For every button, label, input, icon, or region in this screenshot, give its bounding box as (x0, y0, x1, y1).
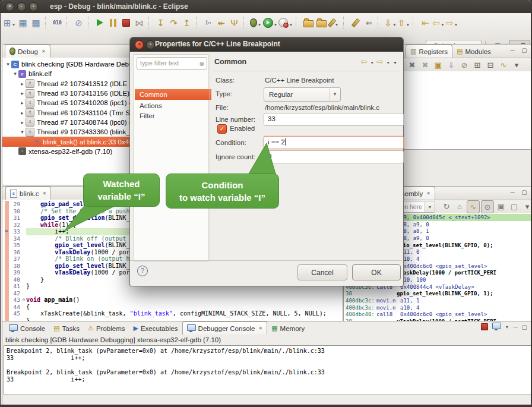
maximize-icon[interactable]: ▢ (520, 189, 528, 195)
minimize-icon[interactable]: ─ (513, 324, 517, 330)
minimize-icon[interactable]: ─ (508, 47, 517, 53)
use-step-filters-button[interactable]: Ψ (228, 15, 241, 30)
dialog-maximize-button[interactable]: + (146, 40, 155, 49)
code-line[interactable]: 44{ (2, 304, 343, 311)
window-maximize-button[interactable]: + (29, 2, 38, 11)
tab-problems[interactable]: ⚠Problems (84, 322, 129, 335)
chevron-down-icon[interactable]: ▼ (441, 19, 445, 27)
step-into-button[interactable]: ↧ (154, 15, 167, 30)
drop-to-frame-button[interactable]: ↞ (215, 15, 228, 30)
skip-all-breakpoints-button[interactable]: ⊘ (72, 15, 86, 30)
instruction-stepping-button[interactable]: i↦ (202, 15, 215, 30)
code-line[interactable]: 42 (2, 290, 343, 297)
chevron-down-icon[interactable]: ▼ (289, 19, 293, 27)
view-menu-button[interactable]: ▾ (511, 59, 522, 71)
tab-debug[interactable]: Debug ✕ (5, 45, 50, 58)
disassembly-row[interactable]: 400dbc3e:movi.na10, 4 (344, 304, 531, 311)
tab-debug-close-icon[interactable]: ✕ (40, 49, 46, 54)
cancel-button[interactable]: Cancel (297, 264, 347, 280)
tab-blink-c[interactable]: c blink.c ✕ (5, 187, 51, 200)
toggle-mark-occurrences-button[interactable] (349, 15, 362, 30)
save-button[interactable]: ▦ (17, 15, 30, 30)
new-wizard-button[interactable]: ⊞▼ (3, 15, 17, 30)
fold-marker[interactable]: ⊖ (21, 297, 26, 302)
tree-expand-icon[interactable]: ▾ (5, 61, 11, 67)
annotate-button[interactable]: ▼ (328, 15, 341, 30)
tab-executables[interactable]: ▶Executables (129, 322, 182, 335)
save-all-button[interactable]: ▩ (30, 15, 43, 30)
ignore-count-field[interactable]: 0 (264, 150, 404, 163)
chevron-down-icon[interactable]: ▼ (505, 325, 509, 329)
dialog-nav-actions[interactable]: Actions (135, 100, 211, 111)
previous-annotation-button[interactable]: ⇧▼ (397, 15, 411, 30)
code-line[interactable]: 43⊖void app_main() (2, 296, 343, 304)
dialog-close-button[interactable]: ✕ (135, 40, 144, 49)
tree-expand-icon[interactable]: ▸ (19, 100, 26, 106)
back-arrow-icon[interactable]: ⇦ (360, 57, 367, 66)
chevron-down-icon[interactable]: ▼ (454, 19, 458, 27)
view-menu-button[interactable]: ▾ (521, 200, 531, 212)
dialog-nav-common[interactable]: Common (135, 89, 211, 100)
back-button[interactable]: ⇦▼ (432, 15, 445, 30)
chevron-down-icon[interactable]: ▼ (274, 19, 278, 27)
show-source-button[interactable]: ⊙ (481, 200, 494, 213)
tab-close-icon[interactable]: ✕ (258, 326, 263, 331)
enabled-checkbox[interactable]: ✓ (217, 124, 227, 134)
chevron-down-icon[interactable]: ▼ (406, 19, 410, 27)
disassembly-row[interactable]: 38gpio_set_level(BLINK_GPIO, 1); (344, 291, 531, 298)
expand-all-button[interactable]: ⊞ (471, 59, 483, 71)
tree-expand-icon[interactable]: ▸ (19, 81, 26, 87)
chevron-down-icon[interactable]: ▼ (386, 58, 390, 65)
maximize-icon[interactable]: ▢ (520, 47, 528, 53)
filter-input[interactable]: type filter text ⊗ (137, 57, 207, 70)
line-number-field[interactable]: 33 (264, 113, 404, 126)
tree-expand-icon[interactable]: ▸ (19, 110, 26, 116)
chevron-down-icon[interactable]: ▼ (370, 58, 374, 65)
pin-view-button[interactable]: ▢ (508, 200, 520, 212)
tab-debugger-console[interactable]: Debugger Console✕ (182, 321, 268, 335)
suspend-button[interactable] (107, 15, 120, 30)
step-over-button[interactable]: ↷ (167, 15, 180, 30)
disassembly-row[interactable]: 400dbc3c:movi.na11, 1 (344, 297, 531, 304)
run-button[interactable]: ▼ (262, 15, 278, 30)
disconnect-button[interactable]: ⋈ (133, 15, 146, 30)
tab-registers[interactable]: ▥Registers (406, 45, 452, 58)
help-icon[interactable]: ? (137, 266, 148, 276)
link-with-debug-view-button[interactable]: ∿ (498, 59, 509, 71)
binary-file-button[interactable]: 010 (51, 15, 64, 30)
code-line[interactable]: 45 xTaskCreate(&blink_task, "blink_task"… (2, 310, 343, 317)
add-register-group-button[interactable]: ▣ (432, 59, 444, 71)
terminate-icon[interactable] (481, 323, 488, 330)
minimize-icon[interactable]: ─ (508, 189, 517, 195)
condition-field[interactable]: i == 2 (264, 136, 404, 149)
dialog-nav-filter[interactable]: Filter (135, 111, 211, 121)
window-close-button[interactable]: ✕ (5, 2, 14, 11)
clear-filter-icon[interactable]: ⊗ (200, 59, 204, 70)
debug-button[interactable]: ▼ (249, 15, 262, 30)
tab-memory[interactable]: ▦Memory (267, 322, 309, 335)
tab-tasks[interactable]: ▤Tasks (49, 322, 84, 335)
tree-expand-icon[interactable]: ▸ (19, 119, 26, 125)
console-output[interactable]: Breakpoint 2, blink_task (pvParameter=0x… (4, 345, 531, 395)
refresh-view-button[interactable]: ↻ (441, 200, 452, 212)
remove-all-register-groups-button[interactable]: ✖ (419, 59, 431, 71)
collapse-all-button[interactable]: ⊟ (484, 59, 496, 71)
chevron-down-icon[interactable]: ▼ (258, 19, 262, 27)
profile-button[interactable]: ◉◎ (362, 15, 375, 30)
next-annotation-button[interactable]: ⇩▼ (384, 15, 397, 30)
type-select[interactable]: Regular ▼ (264, 87, 341, 102)
ok-button[interactable]: OK (352, 264, 401, 280)
terminate-button[interactable] (120, 15, 133, 30)
window-minimize-button[interactable]: − (17, 2, 26, 11)
open-element-button[interactable] (302, 15, 315, 30)
breakpoint-current-line-icon[interactable]: » (2, 228, 10, 235)
resume-button[interactable] (94, 15, 107, 30)
forward-button[interactable]: ⇨▼ (445, 15, 459, 30)
view-menu-icon[interactable]: ▼ (393, 58, 397, 65)
pointer-mode-button[interactable]: ⊘ (458, 59, 470, 71)
chevron-down-icon[interactable]: ▼ (425, 202, 435, 212)
forward-arrow-icon[interactable]: ⇨ (376, 57, 383, 66)
sync-with-active-debug-context-button[interactable]: ∿ (467, 200, 480, 213)
tab-disassembly-close-icon[interactable]: ✕ (425, 191, 430, 196)
remove-register-group-button[interactable]: ✖ (406, 59, 418, 71)
